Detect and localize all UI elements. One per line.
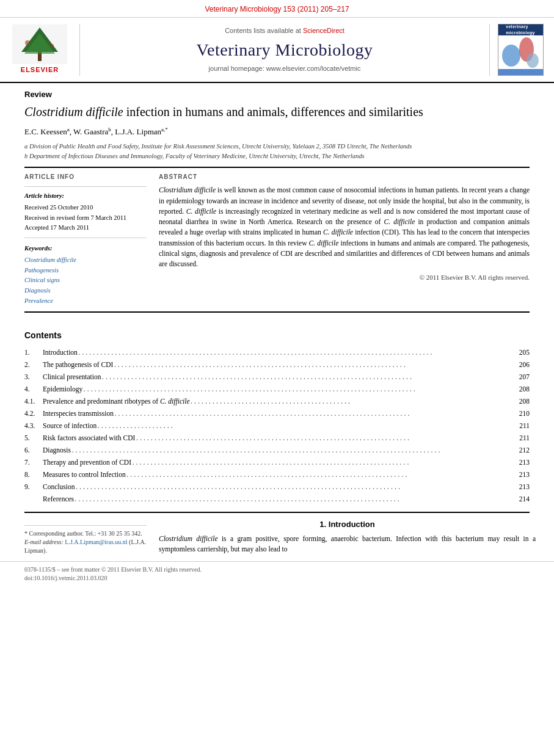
toc-num-8: 8. bbox=[24, 469, 43, 481]
logo-body bbox=[498, 35, 543, 69]
affiliation-a: a Division of Public Health and Food Saf… bbox=[24, 142, 530, 151]
abstract-c-difficile-italic-3: C. difficile bbox=[384, 218, 415, 225]
toc-label-4: Epidemiology............................… bbox=[43, 383, 508, 396]
two-column-section: ARTICLE INFO Article history: Received 2… bbox=[24, 173, 530, 307]
toc-label-4-2: Interspecies transmission...............… bbox=[43, 408, 508, 420]
abstract-c-difficile-italic-4: C. difficile bbox=[323, 228, 353, 236]
toc-table: 1. Introduction.........................… bbox=[24, 347, 530, 506]
author1-name: E.C. Keessen bbox=[24, 128, 67, 137]
info-divider-1 bbox=[24, 186, 147, 187]
toc-label-8: Measures to control Infection...........… bbox=[43, 469, 508, 481]
toc-num-7: 7. bbox=[24, 457, 43, 469]
article-info-title: ARTICLE INFO bbox=[24, 173, 147, 181]
received-date: Received 25 October 2010 bbox=[24, 203, 147, 213]
toc-item-2: 2. The pathogenesis of CDI..............… bbox=[24, 359, 530, 371]
top-banner: Veterinary Microbiology 153 (2011) 205–2… bbox=[0, 0, 554, 18]
toc-page-4-2: 210 bbox=[508, 408, 530, 420]
toc-item-8: 8. Measures to control Infection........… bbox=[24, 469, 530, 481]
intro-clostridium-italic: Clostridium difficile bbox=[159, 535, 218, 542]
toc-label-7: Therapy and prevention of CDI...........… bbox=[43, 457, 508, 469]
elsevier-logo: ELSEVIER bbox=[6, 24, 73, 76]
logo-top-text: veterinarymicrobiology bbox=[506, 24, 535, 36]
toc-num-5: 5. bbox=[24, 432, 43, 445]
toc-num-2: 2. bbox=[24, 359, 43, 371]
abstract-clostridium-italic: Clostridium difficile bbox=[159, 186, 216, 194]
toc-num-4-1: 4.1. bbox=[24, 396, 43, 408]
toc-label-1: Introduction............................… bbox=[43, 347, 508, 359]
toc-page-3: 207 bbox=[508, 371, 530, 383]
abstract-text: Clostridium difficile is well known as t… bbox=[159, 185, 530, 269]
toc-dots-8: ........................................… bbox=[126, 472, 408, 479]
toc-num-4: 4. bbox=[24, 383, 43, 396]
journal-title: Veterinary Microbiology bbox=[196, 38, 373, 62]
article-type: Review bbox=[24, 89, 530, 100]
intro-left-panel: * Corresponding author. Tel.: +31 30 25 … bbox=[24, 519, 147, 555]
header-area: ELSEVIER Contents lists available at Sci… bbox=[0, 18, 554, 83]
introduction-section: * Corresponding author. Tel.: +31 30 25 … bbox=[0, 513, 554, 561]
toc-item-5: 5. Risk factors associated with CDI.....… bbox=[24, 432, 530, 445]
toc-num-4-3: 4.3. bbox=[24, 420, 43, 432]
toc-dots-7: ........................................… bbox=[131, 460, 410, 467]
sciencedirect-line: Contents lists available at ScienceDirec… bbox=[225, 26, 344, 35]
toc-label-9: Conclusion..............................… bbox=[43, 481, 508, 493]
abstract-title: ABSTRACT bbox=[159, 173, 530, 181]
journal-homepage: journal homepage: www.elsevier.com/locat… bbox=[209, 64, 361, 73]
toc-dots-ref: ........................................… bbox=[74, 496, 400, 503]
email-note: E-mail address: L.J.A.Lipman@iras.uu.nl … bbox=[24, 538, 147, 555]
toc-num-ref bbox=[24, 493, 43, 506]
keyword-2: Pathogenesis bbox=[24, 266, 147, 275]
article-info-panel: ARTICLE INFO Article history: Received 2… bbox=[24, 173, 147, 307]
toc-italic-1: C. difficile bbox=[160, 398, 190, 405]
toc-dots-9: ........................................… bbox=[75, 484, 401, 491]
toc-page-9: 213 bbox=[508, 481, 530, 493]
toc-dots-4-1: ........................................… bbox=[190, 399, 351, 405]
toc-num-3: 3. bbox=[24, 371, 43, 383]
footer-bar: 0378-1135/$ – see front matter © 2011 El… bbox=[0, 561, 554, 586]
svg-point-5 bbox=[50, 44, 54, 48]
contents-available-text: Contents lists available at bbox=[225, 27, 301, 34]
contents-title: Contents bbox=[24, 330, 530, 342]
article-content: Review Clostridium difficile infection i… bbox=[0, 83, 554, 324]
article-title-italic: Clostridium difficile bbox=[24, 105, 123, 118]
toc-page-ref: 214 bbox=[508, 493, 530, 506]
svg-point-4 bbox=[25, 40, 30, 45]
intro-right-panel: 1. Introduction Clostridium difficile is… bbox=[159, 519, 536, 555]
info-divider-2 bbox=[24, 238, 147, 238]
toc-page-5: 211 bbox=[508, 432, 530, 445]
toc-dots-5: ........................................… bbox=[135, 435, 410, 442]
toc-item-9: 9. Conclusion...........................… bbox=[24, 481, 530, 493]
toc-page-8: 213 bbox=[508, 469, 530, 481]
toc-label-5: Risk factors associated with CDI........… bbox=[43, 432, 508, 445]
toc-dots-4: ........................................… bbox=[82, 387, 416, 393]
keyword-1: Clostridium difficile bbox=[24, 256, 147, 265]
footnote-area: * Corresponding author. Tel.: +31 30 25 … bbox=[24, 525, 147, 555]
toc-num-4-2: 4.2. bbox=[24, 408, 43, 420]
toc-page-4: 208 bbox=[508, 383, 530, 396]
toc-item-4-2: 4.2. Interspecies transmission..........… bbox=[24, 408, 530, 420]
copyright-line: © 2011 Elsevier B.V. All rights reserved… bbox=[159, 273, 530, 282]
author3-sup: a,* bbox=[161, 126, 168, 133]
header-center: Contents lists available at ScienceDirec… bbox=[79, 24, 490, 76]
toc-label-4-1: Prevalence and predominant ribotypes of … bbox=[43, 396, 508, 408]
logo-bottom bbox=[498, 69, 543, 76]
intro-heading: 1. Introduction bbox=[159, 519, 536, 530]
toc-page-6: 212 bbox=[508, 445, 530, 457]
affiliation-b: b Department of Infectious Diseases and … bbox=[24, 151, 530, 161]
toc-label-2: The pathogenesis of CDI.................… bbox=[43, 359, 508, 371]
toc-label-3: Clinical presentation...................… bbox=[43, 371, 508, 383]
article-title-rest: infection in humans and animals, differe… bbox=[123, 105, 423, 118]
toc-item-7: 7. Therapy and prevention of CDI........… bbox=[24, 457, 530, 469]
sciencedirect-link[interactable]: ScienceDirect bbox=[303, 27, 344, 34]
toc-num-9: 9. bbox=[24, 481, 43, 493]
abstract-panel: ABSTRACT Clostridium difficile is well k… bbox=[159, 173, 530, 307]
toc-num-1: 1. bbox=[24, 347, 43, 359]
svg-point-6 bbox=[502, 45, 520, 67]
toc-page-1: 205 bbox=[508, 347, 530, 359]
toc-item-4: 4. Epidemiology.........................… bbox=[24, 383, 530, 396]
toc-item-1: 1. Introduction.........................… bbox=[24, 347, 530, 359]
toc-item-4-1: 4.1. Prevalence and predominant ribotype… bbox=[24, 396, 530, 408]
journal-citation-link[interactable]: Veterinary Microbiology 153 (2011) 205–2… bbox=[205, 5, 349, 13]
footer-doi: doi:10.1016/j.vetmic.2011.03.020 bbox=[24, 574, 530, 583]
svg-point-8 bbox=[527, 53, 539, 68]
email-label: E-mail address: bbox=[24, 539, 64, 545]
